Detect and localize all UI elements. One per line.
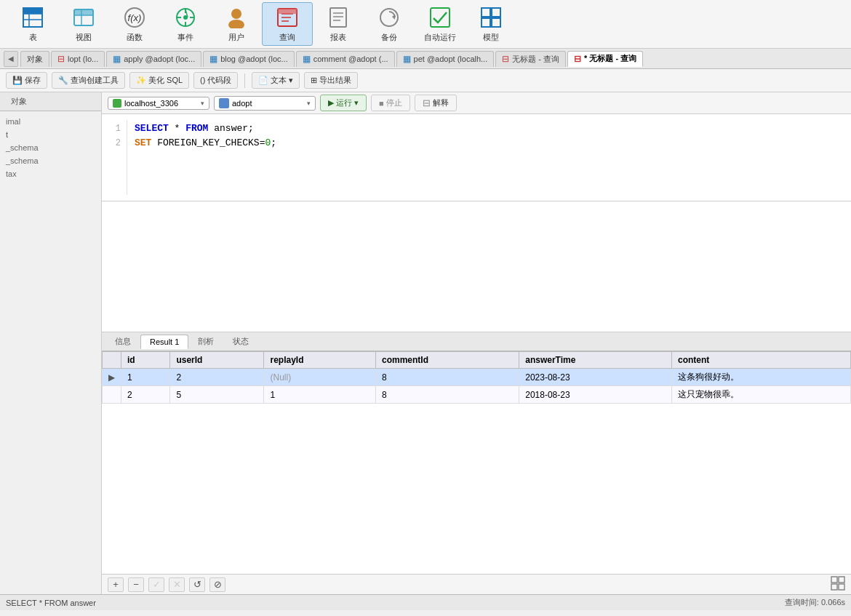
result-tab-status[interactable]: 状态 [223, 333, 258, 350]
remove-row-button[interactable]: − [128, 577, 144, 592]
tab-object[interactable]: 对象 [20, 51, 49, 67]
text-dropdown-icon: ▾ [289, 76, 293, 85]
tab-pet-label: pet @adopt (localh... [414, 55, 488, 63]
table-icon [21, 6, 44, 29]
left-item-t-label: t [6, 130, 8, 139]
result-tab-profile[interactable]: 剖析 [188, 333, 223, 350]
col-commentid[interactable]: commentId [375, 352, 519, 369]
stop-button[interactable]: ■ 停止 [371, 95, 410, 111]
query-builder-button[interactable]: 🔧 查询创建工具 [52, 72, 125, 89]
toolbar-autorun[interactable]: 自动运行 [415, 2, 466, 46]
toolbar-query[interactable]: 查询 [262, 2, 313, 46]
tab-apply[interactable]: ▦ apply @adopt (loc... [106, 51, 201, 67]
explain-label: 解释 [433, 97, 449, 108]
toolbar-view[interactable]: 视图 [58, 2, 109, 46]
toolbar-view-label: 视图 [76, 32, 92, 43]
toolbar-user[interactable]: 用户 [211, 2, 262, 46]
add-icon: + [113, 579, 119, 590]
autorun-icon [428, 6, 452, 29]
connection-select[interactable]: localhost_3306 ▾ [108, 97, 209, 110]
toolbar-function-label: 函数 [127, 32, 143, 43]
sub-toolbar: 💾 保存 🔧 查询创建工具 ✨ 美化 SQL () 代码段 📄 文本 ▾ ⊞ 导… [0, 69, 851, 92]
toolbar-table[interactable]: 表 [7, 2, 58, 46]
explain-button[interactable]: ⊟ 解释 [415, 95, 457, 111]
toolbar-model[interactable]: 模型 [466, 2, 516, 46]
svg-rect-25 [330, 8, 346, 27]
result-tab-result1[interactable]: Result 1 [140, 335, 188, 349]
tab-lopt[interactable]: ⊟ lopt (lo... [51, 51, 105, 67]
add-row-button[interactable]: + [108, 577, 124, 592]
query-builder-label: 查询创建工具 [71, 75, 119, 86]
toolbar-report-label: 报表 [330, 32, 346, 43]
stop-record-button[interactable]: ⊘ [209, 577, 225, 592]
toolbar-report[interactable]: 报表 [313, 2, 364, 46]
tab-comment[interactable]: ▦ comment @adopt (... [296, 51, 395, 67]
line-num-2: 2 [102, 136, 121, 151]
left-item-schema1[interactable]: _schema [6, 143, 95, 152]
toolbar-function[interactable]: f(x) 函数 [109, 2, 160, 46]
svg-marker-30 [392, 15, 395, 20]
object-tab[interactable]: 对象 [4, 95, 34, 108]
table-icon-tab2: ▦ [209, 54, 217, 64]
text-button[interactable]: 📄 文本 ▾ [252, 72, 300, 89]
tab-untitled2[interactable]: ⊟ * 无标题 - 查询 [567, 51, 643, 67]
user-icon [225, 6, 248, 29]
db-icon [219, 98, 229, 108]
left-item-tax[interactable]: tax [6, 169, 95, 178]
col-answertime[interactable]: answerTime [519, 352, 672, 369]
result-table-wrap[interactable]: id userId replayId commentId answerTime … [102, 351, 851, 574]
left-panel-content: imal t _schema _schema tax [0, 111, 101, 188]
refresh-icon: ↺ [193, 579, 201, 590]
table-row[interactable]: ▶ 1 2 (Null) 8 2023-08-23 这条狗很好动。 [103, 369, 851, 386]
col-userid[interactable]: userId [170, 352, 264, 369]
cell-replayid-2: 1 [264, 386, 375, 404]
check-button[interactable]: ✓ [148, 577, 164, 592]
database-select[interactable]: adopt ▾ [214, 96, 316, 111]
export-label: 导出结果 [319, 75, 351, 86]
stop-label: 停止 [386, 97, 402, 108]
result-tab-profile-label: 剖析 [198, 337, 214, 345]
event-icon [174, 6, 197, 29]
toolbar-backup[interactable]: 备份 [364, 2, 415, 46]
toolbar-autorun-label: 自动运行 [424, 32, 456, 43]
beautify-button[interactable]: ✨ 美化 SQL [129, 72, 189, 89]
grid-view-button[interactable] [831, 576, 845, 593]
col-id[interactable]: id [121, 352, 170, 369]
col-content[interactable]: content [672, 352, 851, 369]
left-item-schema2[interactable]: _schema [6, 156, 95, 165]
toolbar-event[interactable]: 事件 [160, 2, 211, 46]
query-icon-tab: ⊟ [57, 54, 65, 64]
left-item-t[interactable]: t [6, 130, 95, 139]
cancel-button[interactable]: ✕ [169, 577, 185, 592]
left-item-imal[interactable]: imal [6, 117, 95, 126]
run-button[interactable]: ▶ 运行 ▾ [320, 95, 367, 111]
text-label: 文本 [271, 75, 287, 86]
svg-rect-32 [482, 8, 490, 17]
code-line-1: SELECT * FROM answer; [135, 121, 844, 136]
code-snippet-button[interactable]: () 代码段 [193, 72, 238, 89]
tab-pet[interactable]: ▦ pet @adopt (localh... [396, 51, 495, 67]
result-tab-info[interactable]: 信息 [105, 333, 140, 350]
backup-icon [377, 6, 401, 29]
left-item-tax-label: tax [6, 169, 17, 178]
tab-untitled1[interactable]: ⊟ 无标题 - 查询 [495, 51, 566, 67]
editor-section: localhost_3306 ▾ adopt ▾ ▶ 运行 ▾ ■ 停止 ⊟ 解… [102, 92, 851, 594]
code-editor[interactable]: 1 2 SELECT * FROM answer; SET FOREIGN_KE… [102, 114, 851, 201]
tab-bar: ◀ 对象 ⊟ lopt (lo... ▦ apply @adopt (loc..… [0, 49, 851, 69]
toolbar-user-label: 用户 [228, 32, 244, 43]
code-content[interactable]: SELECT * FROM answer; SET FOREIGN_KEY_CH… [127, 120, 851, 195]
save-button[interactable]: 💾 保存 [6, 72, 47, 89]
result-tabs: 信息 Result 1 剖析 状态 [102, 332, 851, 351]
run-label: 运行 [336, 97, 352, 108]
main-area: 对象 imal t _schema _schema tax [0, 92, 851, 594]
refresh-button[interactable]: ↺ [189, 577, 205, 592]
tab-blog[interactable]: ▦ blog @adopt (loc... [203, 51, 295, 67]
tab-nav-prev[interactable]: ◀ [4, 51, 18, 67]
conn-dot [113, 99, 121, 108]
export-button[interactable]: ⊞ 导出结果 [304, 72, 358, 89]
result-tab-info-label: 信息 [115, 337, 131, 345]
tab-lopt-label: lopt (lo... [68, 55, 98, 63]
table-row[interactable]: 2 5 1 8 2018-08-23 这只宠物很乖。 [103, 386, 851, 404]
col-replayid[interactable]: replayId [264, 352, 375, 369]
connection-value: localhost_3306 [124, 99, 178, 108]
